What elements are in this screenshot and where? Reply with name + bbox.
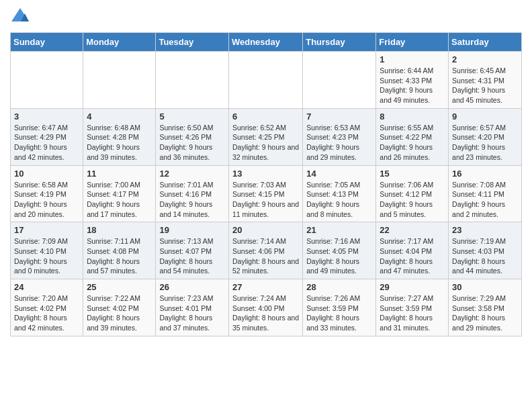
day-info: Sunrise: 6:57 AM Sunset: 4:20 PM Dayligh… [452, 123, 518, 163]
day-cell: 8Sunrise: 6:55 AM Sunset: 4:22 PM Daylig… [376, 108, 449, 165]
day-info: Sunrise: 7:01 AM Sunset: 4:16 PM Dayligh… [159, 180, 225, 220]
week-row-5: 24Sunrise: 7:20 AM Sunset: 4:02 PM Dayli… [11, 279, 522, 336]
day-number: 23 [452, 225, 518, 235]
day-info: Sunrise: 7:24 AM Sunset: 4:00 PM Dayligh… [232, 293, 299, 333]
day-cell: 1Sunrise: 6:44 AM Sunset: 4:33 PM Daylig… [376, 52, 449, 109]
day-number: 30 [452, 282, 518, 292]
day-info: Sunrise: 6:52 AM Sunset: 4:25 PM Dayligh… [232, 123, 299, 163]
day-info: Sunrise: 6:47 AM Sunset: 4:29 PM Dayligh… [14, 123, 79, 163]
day-cell: 18Sunrise: 7:11 AM Sunset: 4:08 PM Dayli… [83, 222, 156, 279]
week-row-2: 3Sunrise: 6:47 AM Sunset: 4:29 PM Daylig… [11, 108, 522, 165]
logo-icon [10, 7, 30, 27]
day-number: 16 [452, 169, 518, 179]
day-info: Sunrise: 7:06 AM Sunset: 4:12 PM Dayligh… [380, 180, 445, 220]
day-number: 11 [87, 169, 152, 179]
day-number: 5 [159, 111, 225, 122]
day-info: Sunrise: 7:29 AM Sunset: 3:58 PM Dayligh… [452, 293, 518, 333]
day-number: 14 [306, 169, 372, 179]
weekday-monday: Monday [83, 33, 156, 52]
day-cell: 23Sunrise: 7:19 AM Sunset: 4:03 PM Dayli… [449, 222, 522, 279]
calendar-body: 1Sunrise: 6:44 AM Sunset: 4:33 PM Daylig… [11, 52, 522, 336]
day-cell: 24Sunrise: 7:20 AM Sunset: 4:02 PM Dayli… [11, 279, 83, 336]
day-info: Sunrise: 7:14 AM Sunset: 4:06 PM Dayligh… [232, 236, 299, 276]
day-number: 19 [159, 225, 225, 235]
day-cell: 26Sunrise: 7:23 AM Sunset: 4:01 PM Dayli… [156, 279, 229, 336]
day-number: 10 [14, 169, 79, 179]
weekday-saturday: Saturday [449, 33, 522, 52]
day-cell: 12Sunrise: 7:01 AM Sunset: 4:16 PM Dayli… [156, 165, 229, 222]
day-cell: 19Sunrise: 7:13 AM Sunset: 4:07 PM Dayli… [156, 222, 229, 279]
day-number: 1 [380, 54, 445, 64]
header [10, 7, 522, 27]
day-cell: 17Sunrise: 7:09 AM Sunset: 4:10 PM Dayli… [11, 222, 83, 279]
day-cell: 2Sunrise: 6:45 AM Sunset: 4:31 PM Daylig… [449, 52, 522, 109]
weekday-sunday: Sunday [11, 33, 83, 52]
day-number: 21 [306, 225, 372, 235]
day-number: 29 [380, 282, 445, 292]
calendar-header: SundayMondayTuesdayWednesdayThursdayFrid… [11, 33, 522, 52]
day-cell: 5Sunrise: 6:50 AM Sunset: 4:26 PM Daylig… [156, 108, 229, 165]
day-info: Sunrise: 6:53 AM Sunset: 4:23 PM Dayligh… [306, 123, 372, 163]
weekday-thursday: Thursday [303, 33, 376, 52]
day-cell: 27Sunrise: 7:24 AM Sunset: 4:00 PM Dayli… [228, 279, 302, 336]
day-cell: 9Sunrise: 6:57 AM Sunset: 4:20 PM Daylig… [449, 108, 522, 165]
day-info: Sunrise: 7:08 AM Sunset: 4:11 PM Dayligh… [452, 180, 518, 220]
day-info: Sunrise: 7:16 AM Sunset: 4:05 PM Dayligh… [306, 236, 372, 276]
day-cell: 20Sunrise: 7:14 AM Sunset: 4:06 PM Dayli… [228, 222, 302, 279]
day-number: 20 [232, 225, 299, 235]
day-number: 25 [87, 282, 152, 292]
day-number: 7 [306, 111, 372, 122]
day-info: Sunrise: 7:22 AM Sunset: 4:02 PM Dayligh… [87, 293, 152, 333]
day-cell [156, 52, 229, 109]
day-info: Sunrise: 7:03 AM Sunset: 4:15 PM Dayligh… [232, 180, 299, 220]
day-info: Sunrise: 7:11 AM Sunset: 4:08 PM Dayligh… [87, 236, 152, 276]
day-info: Sunrise: 7:20 AM Sunset: 4:02 PM Dayligh… [14, 293, 79, 333]
day-info: Sunrise: 7:09 AM Sunset: 4:10 PM Dayligh… [14, 236, 79, 276]
day-info: Sunrise: 6:44 AM Sunset: 4:33 PM Dayligh… [380, 66, 445, 105]
day-info: Sunrise: 6:58 AM Sunset: 4:19 PM Dayligh… [14, 180, 79, 220]
day-number: 2 [452, 54, 518, 64]
day-cell [303, 52, 376, 109]
day-number: 9 [452, 111, 518, 122]
weekday-friday: Friday [376, 33, 449, 52]
week-row-1: 1Sunrise: 6:44 AM Sunset: 4:33 PM Daylig… [11, 52, 522, 109]
day-info: Sunrise: 7:13 AM Sunset: 4:07 PM Dayligh… [159, 236, 225, 276]
day-info: Sunrise: 7:17 AM Sunset: 4:04 PM Dayligh… [380, 236, 445, 276]
day-cell [228, 52, 302, 109]
calendar: SundayMondayTuesdayWednesdayThursdayFrid… [10, 32, 522, 336]
day-cell: 22Sunrise: 7:17 AM Sunset: 4:04 PM Dayli… [376, 222, 449, 279]
week-row-3: 10Sunrise: 6:58 AM Sunset: 4:19 PM Dayli… [11, 165, 522, 222]
day-info: Sunrise: 6:45 AM Sunset: 4:31 PM Dayligh… [452, 66, 518, 105]
day-info: Sunrise: 7:19 AM Sunset: 4:03 PM Dayligh… [452, 236, 518, 276]
day-cell: 3Sunrise: 6:47 AM Sunset: 4:29 PM Daylig… [11, 108, 83, 165]
day-cell: 30Sunrise: 7:29 AM Sunset: 3:58 PM Dayli… [449, 279, 522, 336]
day-info: Sunrise: 6:50 AM Sunset: 4:26 PM Dayligh… [159, 123, 225, 163]
weekday-tuesday: Tuesday [156, 33, 229, 52]
weekday-header-row: SundayMondayTuesdayWednesdayThursdayFrid… [11, 33, 522, 52]
day-cell: 6Sunrise: 6:52 AM Sunset: 4:25 PM Daylig… [228, 108, 302, 165]
day-cell: 28Sunrise: 7:26 AM Sunset: 3:59 PM Dayli… [303, 279, 376, 336]
day-info: Sunrise: 7:26 AM Sunset: 3:59 PM Dayligh… [306, 293, 372, 333]
week-row-4: 17Sunrise: 7:09 AM Sunset: 4:10 PM Dayli… [11, 222, 522, 279]
day-number: 22 [380, 225, 445, 235]
day-number: 27 [232, 282, 299, 292]
day-cell [83, 52, 156, 109]
day-cell: 16Sunrise: 7:08 AM Sunset: 4:11 PM Dayli… [449, 165, 522, 222]
logo [10, 7, 33, 27]
day-cell: 10Sunrise: 6:58 AM Sunset: 4:19 PM Dayli… [11, 165, 83, 222]
day-cell: 14Sunrise: 7:05 AM Sunset: 4:13 PM Dayli… [303, 165, 376, 222]
day-number: 28 [306, 282, 372, 292]
day-info: Sunrise: 7:27 AM Sunset: 3:59 PM Dayligh… [380, 293, 445, 333]
day-cell: 21Sunrise: 7:16 AM Sunset: 4:05 PM Dayli… [303, 222, 376, 279]
day-number: 3 [14, 111, 79, 122]
page: SundayMondayTuesdayWednesdayThursdayFrid… [0, 0, 532, 343]
day-cell: 11Sunrise: 7:00 AM Sunset: 4:17 PM Dayli… [83, 165, 156, 222]
day-number: 15 [380, 169, 445, 179]
day-cell: 13Sunrise: 7:03 AM Sunset: 4:15 PM Dayli… [228, 165, 302, 222]
day-info: Sunrise: 7:05 AM Sunset: 4:13 PM Dayligh… [306, 180, 372, 220]
day-info: Sunrise: 6:48 AM Sunset: 4:28 PM Dayligh… [87, 123, 152, 163]
day-number: 6 [232, 111, 299, 122]
day-number: 13 [232, 169, 299, 179]
day-number: 24 [14, 282, 79, 292]
day-cell: 29Sunrise: 7:27 AM Sunset: 3:59 PM Dayli… [376, 279, 449, 336]
